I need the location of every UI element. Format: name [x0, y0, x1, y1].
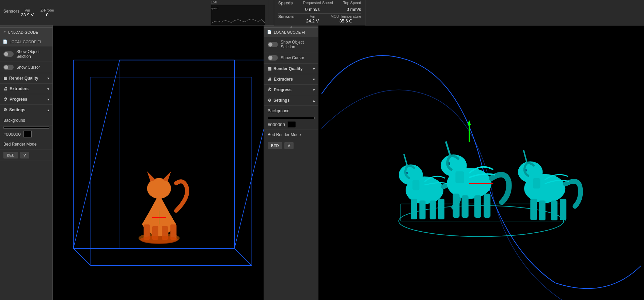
sensors-row: Sensors Vin 24.2 V MCU Temperature 35.6 …	[278, 14, 361, 23]
color-bar-right	[268, 117, 315, 119]
color-text-left: #000000	[3, 132, 21, 137]
bed-render-label-right: Bed Render Mode	[264, 130, 318, 140]
file-icon-right: 📄	[267, 30, 272, 34]
background-label-left: Background	[0, 115, 52, 126]
local-gcode-button-right[interactable]: 📄 LOCAL GCODE FI	[264, 28, 318, 37]
show-cursor-switch-left[interactable]	[3, 65, 14, 70]
extruders-label-left: Extruders	[10, 86, 29, 91]
top-bar-right: Speeds Requested Speed Top Speed 0 mm/s …	[269, 0, 644, 25]
graph-area: speed	[211, 5, 265, 25]
svg-rect-37	[430, 200, 436, 219]
svg-rect-56	[530, 199, 537, 220]
render-icon-left: ▦	[3, 76, 7, 81]
requested-speed-value: 0 mm/s	[305, 7, 320, 12]
bed-button-row-right: BED V	[264, 140, 318, 151]
svg-rect-36	[419, 200, 425, 219]
zprobe-name: Z-Probe	[41, 8, 54, 12]
graph-svg: speed	[211, 5, 265, 25]
v-button-right[interactable]: V	[284, 142, 294, 149]
render-quality-label-right: Render Quality	[273, 66, 302, 71]
svg-rect-38	[438, 199, 444, 219]
progress-label-right: Progress	[274, 87, 292, 92]
progress-icon-left: ⏱	[3, 97, 7, 102]
settings-label-right: Settings	[273, 98, 289, 103]
show-object-switch-left[interactable]	[3, 51, 14, 57]
svg-rect-47	[484, 194, 490, 218]
background-label-right: Background	[264, 106, 318, 116]
color-row-left: #000000	[0, 129, 52, 139]
svg-rect-45	[462, 195, 469, 218]
mcu-temp-label: MCU Temperature	[331, 14, 361, 18]
extruders-chevron-right: ▾	[313, 78, 315, 81]
unload-gcode-button[interactable]: ↗ UNLOAD GCODE	[0, 28, 52, 37]
unload-label: UNLOAD GCODE	[8, 30, 38, 34]
color-swatch-right[interactable]	[288, 121, 296, 128]
extruder-icon-right: 🖨	[268, 77, 272, 82]
top-speed-label: Top Speed	[343, 1, 361, 5]
progress-section-right[interactable]: ⏱ Progress ▾	[264, 85, 318, 95]
svg-rect-34	[412, 180, 419, 190]
settings-section-left[interactable]: ⚙ Settings ▴	[0, 105, 52, 115]
progress-chevron-right: ▾	[313, 88, 315, 92]
file-icon-left: 📄	[3, 39, 7, 44]
local-gcode-label-left: LOCAL GCODE FI	[10, 40, 41, 44]
bed-button-row-left: BED V	[0, 150, 52, 161]
color-row-right: #000000	[264, 120, 318, 130]
vin-col: Vin 23.9 V	[21, 8, 34, 17]
extruders-chevron-left: ▾	[47, 87, 49, 91]
graph-label: 150	[211, 0, 217, 4]
show-cursor-label-left: Show Cursor	[16, 65, 40, 70]
svg-rect-58	[551, 200, 557, 220]
show-object-label-left: Show Object Selction	[16, 49, 49, 59]
show-object-switch-right[interactable]	[268, 42, 278, 47]
top-speed-value: 0 mm/s	[347, 7, 361, 12]
extruders-section-left[interactable]: 🖨 Extruders ▾	[0, 84, 52, 94]
bed-button-right[interactable]: BED	[268, 142, 282, 149]
top-bar-left: Sensors Vin 23.9 V Z-Probe 0 150 speed	[0, 0, 269, 25]
v-button-left[interactable]: V	[20, 152, 29, 159]
local-gcode-button-left[interactable]: 📄 LOCAL GCODE FI	[0, 37, 52, 47]
settings-chevron-right: ▴	[313, 99, 315, 102]
left-panel: ↗ UNLOAD GCODE 📄 LOCAL GCODE FI Show Obj…	[0, 26, 53, 300]
vin-val: 23.9 V	[21, 12, 34, 17]
extruders-label-right: Extruders	[274, 77, 293, 82]
color-text-right: #000000	[268, 122, 285, 127]
right-viewport	[318, 26, 644, 300]
speeds-value-row: 0 mm/s 0 mm/s	[278, 7, 361, 12]
svg-text:speed: speed	[211, 7, 218, 10]
render-chevron-left: ▾	[47, 77, 49, 80]
left-sensors-label: Sensors	[3, 8, 19, 14]
svg-rect-35	[411, 199, 417, 219]
top-bar: Sensors Vin 23.9 V Z-Probe 0 150 speed	[0, 0, 644, 26]
extruder-icon-left: 🖨	[3, 86, 7, 91]
show-cursor-switch-right[interactable]	[268, 55, 278, 61]
svg-rect-44	[453, 194, 459, 218]
show-object-label-right: Show Object Selction	[281, 40, 315, 49]
svg-rect-59	[560, 199, 566, 220]
progress-section-left[interactable]: ⏱ Progress ▾	[0, 94, 52, 105]
render-icon-right: ▦	[268, 66, 271, 71]
color-swatch-left[interactable]	[23, 131, 32, 137]
local-gcode-label-right: LOCAL GCODE FI	[274, 30, 305, 34]
bed-button-left[interactable]: BED	[3, 152, 18, 159]
divider	[278, 13, 361, 14]
render-quality-section-right[interactable]: ▦ Render Quality ▾	[264, 64, 318, 74]
zprobe-col: Z-Probe 0	[41, 8, 54, 17]
show-object-toggle-left: Show Object Selction	[0, 47, 52, 62]
extruders-section-right[interactable]: 🖨 Extruders ▾	[264, 74, 318, 85]
progress-icon-right: ⏱	[268, 87, 272, 92]
color-bar-left	[3, 127, 49, 129]
svg-rect-46	[474, 195, 481, 218]
render-chevron-right: ▾	[313, 67, 315, 71]
render-quality-section-left[interactable]: ▦ Render Quality ▾	[0, 73, 52, 84]
right-3d-scene	[318, 26, 644, 300]
right-viewport-canvas	[318, 26, 644, 300]
left-viewport-canvas	[53, 26, 264, 300]
requested-speed-label: Requested Speed	[303, 1, 333, 5]
settings-section-right[interactable]: ⚙ Settings ▴	[264, 95, 318, 106]
show-object-toggle-right: Show Object Selction	[264, 37, 318, 52]
bed-render-label-left: Bed Render Mode	[0, 139, 52, 150]
left-sensors-cols: Vin 23.9 V Z-Probe 0	[21, 8, 54, 17]
settings-icon-left: ⚙	[3, 107, 7, 112]
vin-right-value: 24.2 V	[306, 18, 319, 23]
